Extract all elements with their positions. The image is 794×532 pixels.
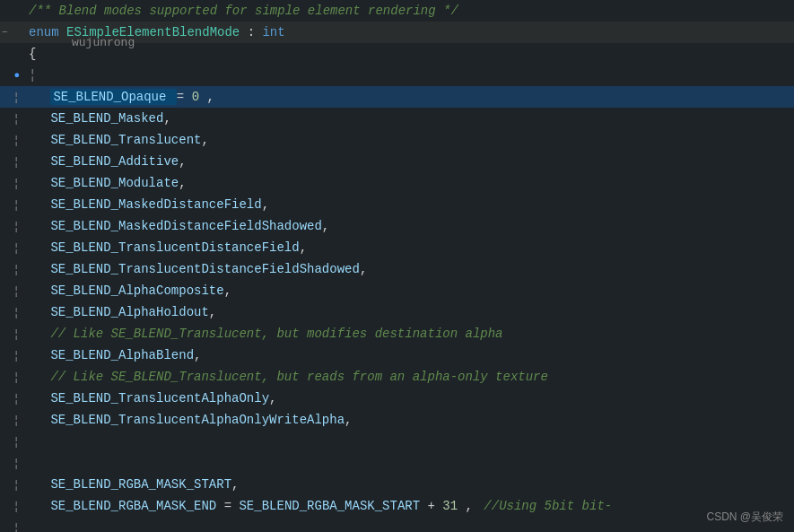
line-content-4: ¦ xyxy=(25,68,794,83)
line-content-22 xyxy=(25,456,794,470)
line-content-6: SE_BLEND_Masked, xyxy=(25,111,794,126)
se-blend-opaque: SE_BLEND_Opaque xyxy=(53,90,166,104)
code-line-21: ¦ xyxy=(0,431,794,452)
line-gutter-20: ¦ xyxy=(0,414,25,427)
line-gutter-10: ¦ xyxy=(0,198,25,212)
line-content-11: SE_BLEND_MaskedDistanceFieldShadowed, xyxy=(25,219,794,233)
line-content-24: SE_BLEND_RGBA_MASK_END = SE_BLEND_RGBA_M… xyxy=(25,499,794,513)
line-gutter-5: ¦ xyxy=(0,91,25,104)
line-content-10: SE_BLEND_MaskedDistanceField, xyxy=(25,197,794,212)
line-gutter-14: ¦ xyxy=(0,284,25,298)
code-line-16: ¦ // Like SE_BLEND_Translucent, but modi… xyxy=(0,323,794,344)
code-line-24: ¦ SE_BLEND_RGBA_MASK_END = SE_BLEND_RGBA… xyxy=(0,495,794,517)
code-line-4: ● ¦ xyxy=(0,65,794,86)
code-line-18: ¦ // Like SE_BLEND_Translucent, but read… xyxy=(0,366,794,388)
code-line-19: ¦ SE_BLEND_TranslucentAlphaOnly, xyxy=(0,388,794,409)
line-content-13: SE_BLEND_TranslucentDistanceFieldShadowe… xyxy=(25,262,794,276)
code-line-15: ¦ SE_BLEND_AlphaHoldout, xyxy=(0,301,794,323)
line-gutter-19: ¦ xyxy=(0,392,25,406)
code-line-7: ¦ SE_BLEND_Translucent, xyxy=(0,129,794,151)
line-content-17: SE_BLEND_AlphaBlend, xyxy=(25,348,794,362)
line-content-5: SE_BLEND_Opaque = 0 , xyxy=(25,90,794,104)
code-line-3: { xyxy=(0,43,794,65)
line-gutter-17: ¦ xyxy=(0,349,25,362)
line-gutter-25: ¦ xyxy=(0,521,25,533)
line-content-3: { xyxy=(25,47,794,61)
line-gutter-21: ¦ xyxy=(0,435,25,449)
line-gutter-15: ¦ xyxy=(0,306,25,319)
code-line-6: ¦ SE_BLEND_Masked, xyxy=(0,108,794,129)
line-content-20: SE_BLEND_TranslucentAlphaOnlyWriteAlpha, xyxy=(25,413,794,427)
code-line-20: ¦ SE_BLEND_TranslucentAlphaOnlyWriteAlph… xyxy=(0,409,794,431)
line-content-14: SE_BLEND_AlphaComposite, xyxy=(25,283,794,298)
line-gutter-11: ¦ xyxy=(0,220,25,233)
code-line-9: ¦ SE_BLEND_Modulate, xyxy=(0,172,794,194)
line-content-8: SE_BLEND_Additive, xyxy=(25,154,794,169)
line-gutter-9: ¦ xyxy=(0,177,25,190)
code-line-10: ¦ SE_BLEND_MaskedDistanceField, xyxy=(0,194,794,215)
code-line-25: ¦ xyxy=(0,517,794,532)
line-gutter-8: ¦ xyxy=(0,155,25,169)
line-content-2: enum ESimpleElementBlendMode : int xyxy=(25,25,794,39)
line-gutter-6: ¦ xyxy=(0,112,25,126)
code-line-22: ¦ xyxy=(0,452,794,474)
line-content-21 xyxy=(25,434,794,449)
line-gutter-12: ¦ xyxy=(0,241,25,255)
code-line-11: ¦ SE_BLEND_MaskedDistanceFieldShadowed, xyxy=(0,215,794,237)
line-gutter-18: ¦ xyxy=(0,371,25,384)
line-content-16: // Like SE_BLEND_Translucent, but modifi… xyxy=(25,327,794,341)
watermark: CSDN @吴俊荣 xyxy=(706,510,783,525)
keyword-enum: enum xyxy=(29,25,59,39)
watermark-text: CSDN @吴俊荣 xyxy=(706,510,783,523)
code-line-2: − enum ESimpleElementBlendMode : int xyxy=(0,22,794,43)
line-gutter-24: ¦ xyxy=(0,500,25,513)
code-line-12: ¦ SE_BLEND_TranslucentDistanceField, xyxy=(0,237,794,258)
line-content-1: /** Blend modes supported for simple ele… xyxy=(25,4,794,18)
line-gutter-16: ¦ xyxy=(0,327,25,341)
code-line-5: ¦ SE_BLEND_Opaque = 0 , xyxy=(0,86,794,108)
code-line-13: ¦ SE_BLEND_TranslucentDistanceFieldShado… xyxy=(0,258,794,280)
code-line-8: ¦ SE_BLEND_Additive, xyxy=(0,151,794,172)
line-content-25 xyxy=(25,520,794,532)
line-gutter-23: ¦ xyxy=(0,478,25,492)
line-content-23: SE_BLEND_RGBA_MASK_START, xyxy=(25,477,794,492)
code-line-1: /** Blend modes supported for simple ele… xyxy=(0,0,794,22)
code-line-17: ¦ SE_BLEND_AlphaBlend, xyxy=(0,344,794,366)
code-text: /** Blend modes supported for simple ele… xyxy=(29,4,458,18)
code-line-23: ¦ SE_BLEND_RGBA_MASK_START, xyxy=(0,474,794,495)
line-content-18: // Like SE_BLEND_Translucent, but reads … xyxy=(25,370,794,384)
line-content-12: SE_BLEND_TranslucentDistanceField, xyxy=(25,240,794,255)
line-gutter-13: ¦ xyxy=(0,263,25,276)
line-content-15: SE_BLEND_AlphaHoldout, xyxy=(25,305,794,319)
line-gutter-4: ● xyxy=(0,70,25,81)
line-content-9: SE_BLEND_Modulate, xyxy=(25,176,794,190)
line-gutter-7: ¦ xyxy=(0,134,25,147)
code-editor: wujunrong /** Blend modes supported for … xyxy=(0,0,794,532)
line-gutter-22: ¦ xyxy=(0,457,25,470)
line-content-19: SE_BLEND_TranslucentAlphaOnly, xyxy=(25,391,794,406)
breakpoint-indicator: ● xyxy=(13,70,20,81)
fold-icon-2[interactable]: − xyxy=(2,27,8,38)
code-line-14: ¦ SE_BLEND_AlphaComposite, xyxy=(0,280,794,301)
line-content-7: SE_BLEND_Translucent, xyxy=(25,133,794,147)
keyword-int: int xyxy=(262,25,284,39)
